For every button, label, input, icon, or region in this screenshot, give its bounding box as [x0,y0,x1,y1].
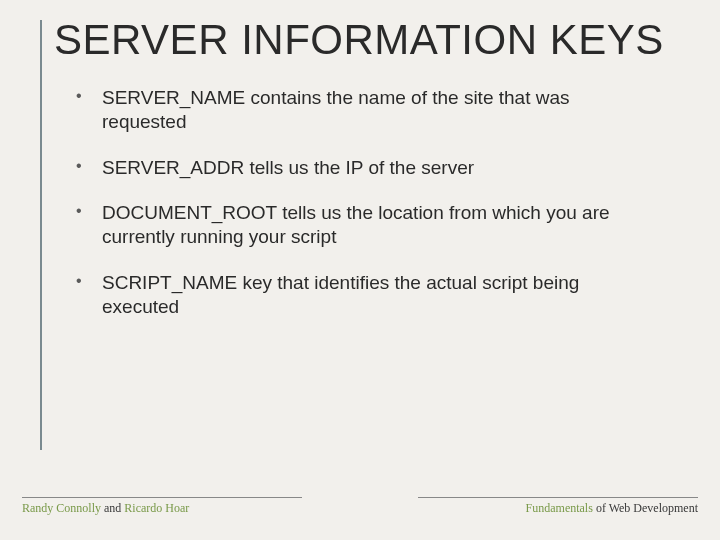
footer-left: Randy Connolly and Ricardo Hoar [22,497,302,516]
slide-title: SERVER INFORMATION KEYS [54,18,672,62]
list-item: SERVER_ADDR tells us the IP of the serve… [76,156,616,180]
footer-rest: of Web Development [593,501,698,515]
list-item: DOCUMENT_ROOT tells us the location from… [76,201,616,249]
list-item: SCRIPT_NAME key that identifies the actu… [76,271,616,319]
slide: SERVER INFORMATION KEYS SERVER_NAME cont… [0,0,720,540]
bullet-list: SERVER_NAME contains the name of the sit… [54,86,672,318]
footer: Randy Connolly and Ricardo Hoar Fundamen… [22,497,698,516]
vertical-rule [40,20,42,450]
list-item: SERVER_NAME contains the name of the sit… [76,86,616,134]
footer-joiner: and [101,501,124,515]
footer-word: Fundamentals [526,501,593,515]
author-name: Ricardo Hoar [124,501,189,515]
author-name: Randy Connolly [22,501,101,515]
footer-right: Fundamentals of Web Development [418,497,698,516]
